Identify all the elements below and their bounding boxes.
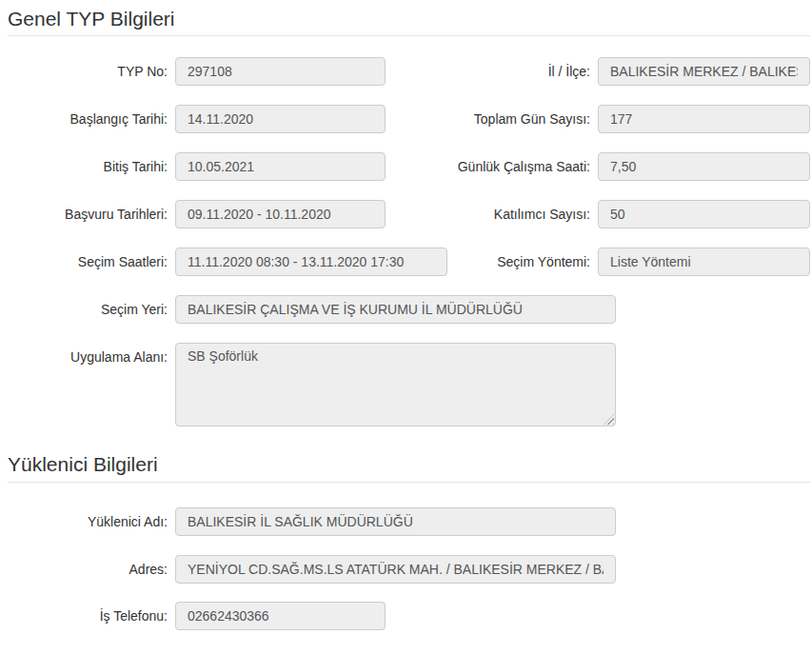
gunluk-calisma-saati-label: Günlük Çalışma Saati: [381, 152, 590, 181]
secim-yontemi-label: Seçim Yöntemi: [457, 248, 590, 276]
secim-saatleri-label: Seçim Saatleri: [0, 248, 168, 276]
yuklenici-section-divider [8, 482, 810, 483]
uygulama-alani-label: Uygulama Alanı: [0, 343, 168, 371]
is-telefonu-field[interactable] [175, 602, 386, 630]
toplam-gun-sayisi-field[interactable] [598, 105, 810, 133]
general-section-title: Genel TYP Bilgileri [8, 9, 174, 29]
bitis-tarihi-label: Bitiş Tarihi: [0, 152, 168, 181]
typ-details-page: Genel TYP Bilgileri TYP No: İl / İlçe: B… [0, 0, 812, 654]
secim-yontemi-field[interactable] [598, 248, 810, 276]
baslangic-tarihi-label: Başlangıç Tarihi: [0, 105, 168, 133]
is-telefonu-label: İş Telefonu: [0, 602, 168, 630]
toplam-gun-sayisi-label: Toplam Gün Sayısı: [381, 105, 590, 133]
secim-yeri-label: Seçim Yeri: [0, 295, 168, 324]
secim-yeri-field[interactable] [175, 295, 616, 324]
typ-no-field[interactable] [175, 57, 386, 86]
yuklenici-section-title: Yüklenici Bilgileri [8, 454, 158, 474]
basvuru-tarihleri-field[interactable] [175, 200, 386, 228]
baslangic-tarihi-field[interactable] [175, 105, 386, 133]
il-ilce-label: İl / İlçe: [381, 57, 590, 86]
bitis-tarihi-field[interactable] [175, 152, 386, 181]
uygulama-alani-field[interactable]: SB Şoförlük [175, 343, 616, 426]
gunluk-calisma-saati-field[interactable] [598, 152, 810, 181]
adres-field[interactable] [175, 555, 616, 584]
general-section-divider [8, 35, 810, 36]
basvuru-tarihleri-label: Başvuru Tarihleri: [0, 200, 168, 228]
il-ilce-field[interactable] [598, 57, 810, 86]
adres-label: Adres: [0, 555, 168, 584]
secim-saatleri-field[interactable] [175, 248, 447, 276]
yuklenici-adi-label: Yüklenici Adı: [0, 507, 168, 536]
katilimci-sayisi-field[interactable] [598, 200, 810, 228]
katilimci-sayisi-label: Katılımcı Sayısı: [381, 200, 590, 228]
typ-no-label: TYP No: [0, 57, 168, 86]
yuklenici-adi-field[interactable] [175, 507, 616, 536]
